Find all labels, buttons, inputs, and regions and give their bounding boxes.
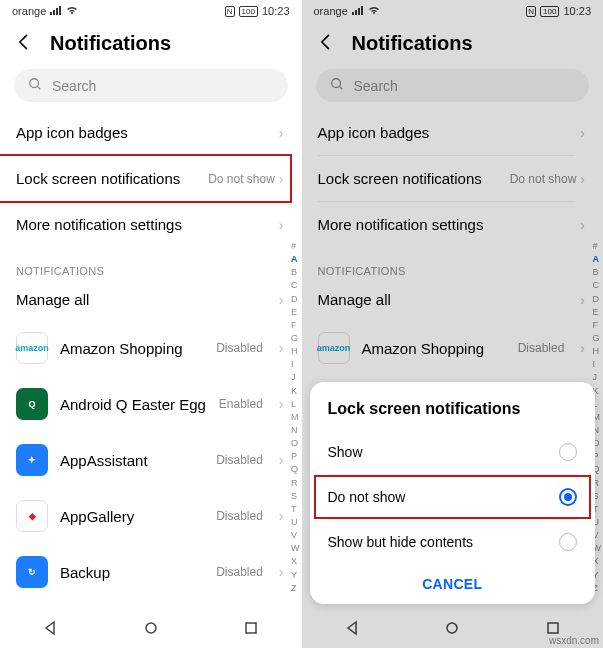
app-row[interactable]: ◆ AppGallery Disabled › — [0, 488, 290, 544]
app-status: Enabled — [219, 397, 263, 411]
alpha-index-letter[interactable]: D — [291, 293, 300, 305]
row-app-icon-badges[interactable]: App icon badges › — [0, 110, 290, 155]
app-row[interactable]: ✦ AppAssistant Disabled › — [0, 432, 290, 488]
alpha-index-letter[interactable]: L — [291, 398, 300, 410]
clock: 10:23 — [563, 5, 591, 17]
alpha-index-letter[interactable]: N — [291, 424, 300, 436]
row-lock-screen-notifications[interactable]: Lock screen notifications Do not show › — [0, 156, 290, 201]
svg-point-4 — [447, 623, 457, 633]
nfc-icon: N — [526, 6, 536, 17]
status-bar: orange N 100 10:23 — [302, 0, 604, 22]
alpha-index-letter[interactable]: H — [593, 345, 602, 357]
svg-rect-5 — [548, 623, 558, 633]
row-lock-screen-notifications[interactable]: Lock screen notifications Do not show › — [302, 156, 592, 201]
alpha-index-letter[interactable]: G — [291, 332, 300, 344]
alpha-index-letter[interactable]: M — [291, 411, 300, 423]
alpha-index-letter[interactable]: C — [291, 279, 300, 291]
alpha-index-letter[interactable]: G — [593, 332, 602, 344]
chevron-right-icon: › — [279, 292, 284, 308]
chevron-right-icon: › — [580, 125, 585, 141]
wifi-icon — [368, 5, 380, 17]
app-icon: amazon — [16, 332, 48, 364]
dialog-title: Lock screen notifications — [310, 396, 596, 430]
radio-icon — [559, 443, 577, 461]
chevron-right-icon: › — [279, 217, 284, 233]
alpha-index-letter[interactable]: R — [291, 477, 300, 489]
app-name: Amazon Shopping — [362, 340, 506, 357]
page-title: Notifications — [352, 32, 473, 55]
app-icon: Q — [16, 388, 48, 420]
app-icon: amazon — [318, 332, 350, 364]
app-name: Android Q Easter Egg — [60, 396, 207, 413]
nav-home-icon[interactable] — [143, 620, 159, 639]
dialog-lock-screen-notifications: Lock screen notifications Show Do not sh… — [310, 382, 596, 604]
app-status: Disabled — [216, 565, 263, 579]
alpha-index-letter[interactable]: P — [291, 450, 300, 462]
nfc-icon: N — [225, 6, 235, 17]
carrier-label: orange — [12, 5, 46, 17]
app-name: AppGallery — [60, 508, 204, 525]
search-input[interactable]: Search — [14, 69, 288, 102]
alpha-index-letter[interactable]: Z — [291, 582, 300, 594]
alpha-index-letter[interactable]: F — [291, 319, 300, 331]
cancel-button[interactable]: CANCEL — [310, 564, 596, 598]
row-app-icon-badges[interactable]: App icon badges › — [302, 110, 592, 155]
alpha-index[interactable]: #ABCDEFGHIJKLMNOPQRSTUVWXYZ — [291, 240, 300, 594]
nav-home-icon[interactable] — [444, 620, 460, 639]
alpha-index-letter[interactable]: I — [593, 358, 602, 370]
alpha-index-letter[interactable]: V — [291, 529, 300, 541]
alpha-index-letter[interactable]: I — [291, 358, 300, 370]
alpha-index-letter[interactable]: H — [291, 345, 300, 357]
alpha-index-letter[interactable]: X — [291, 555, 300, 567]
clock: 10:23 — [262, 5, 290, 17]
alpha-index-letter[interactable]: T — [291, 503, 300, 515]
back-button[interactable] — [14, 32, 34, 55]
app-row[interactable]: Q Android Q Easter Egg Enabled › — [0, 376, 290, 432]
radio-icon — [559, 488, 577, 506]
nav-back-icon[interactable] — [344, 620, 360, 639]
alpha-index-letter[interactable]: # — [291, 240, 300, 252]
alpha-index-letter[interactable]: U — [291, 516, 300, 528]
app-row[interactable]: amazon Amazon Shopping Disabled › — [302, 320, 592, 376]
back-button[interactable] — [316, 32, 336, 55]
alpha-index-letter[interactable]: # — [593, 240, 602, 252]
alpha-index-letter[interactable]: Q — [291, 463, 300, 475]
alpha-index-letter[interactable]: S — [291, 490, 300, 502]
app-name: AppAssistant — [60, 452, 204, 469]
row-more-notification-settings[interactable]: More notification settings › — [0, 202, 290, 247]
app-icon: ✦ — [16, 444, 48, 476]
page-title: Notifications — [50, 32, 171, 55]
alpha-index-letter[interactable]: F — [593, 319, 602, 331]
radio-option[interactable]: Show but hide contents — [310, 520, 596, 564]
alpha-index-letter[interactable]: E — [291, 306, 300, 318]
radio-option[interactable]: Show — [310, 430, 596, 474]
alpha-index-letter[interactable]: A — [593, 253, 602, 265]
app-row[interactable]: amazon Amazon Shopping Disabled › — [0, 320, 290, 376]
row-manage-all[interactable]: Manage all › — [302, 283, 592, 320]
alpha-index-letter[interactable]: B — [291, 266, 300, 278]
alpha-index-letter[interactable]: C — [593, 279, 602, 291]
alpha-index-letter[interactable]: O — [291, 437, 300, 449]
radio-option[interactable]: Do not show — [310, 475, 596, 519]
app-status: Disabled — [216, 453, 263, 467]
watermark: wsxdn.com — [549, 635, 599, 646]
nav-recent-icon[interactable] — [243, 620, 259, 639]
status-bar: orange N 100 10:23 — [0, 0, 302, 22]
alpha-index-letter[interactable]: J — [291, 371, 300, 383]
alpha-index-letter[interactable]: B — [593, 266, 602, 278]
alpha-index-letter[interactable]: D — [593, 293, 602, 305]
option-label: Do not show — [328, 489, 406, 505]
row-more-notification-settings[interactable]: More notification settings › — [302, 202, 592, 247]
app-row[interactable]: ↻ Backup Disabled › — [0, 544, 290, 600]
alpha-index-letter[interactable]: E — [593, 306, 602, 318]
chevron-right-icon: › — [279, 452, 284, 468]
search-input[interactable]: Search — [316, 69, 590, 102]
row-manage-all[interactable]: Manage all › — [0, 283, 290, 320]
settings-list[interactable]: App icon badges › Lock screen notificati… — [0, 110, 302, 610]
alpha-index-letter[interactable]: J — [593, 371, 602, 383]
nav-back-icon[interactable] — [42, 620, 58, 639]
alpha-index-letter[interactable]: A — [291, 253, 300, 265]
alpha-index-letter[interactable]: K — [291, 385, 300, 397]
alpha-index-letter[interactable]: Y — [291, 569, 300, 581]
alpha-index-letter[interactable]: W — [291, 542, 300, 554]
